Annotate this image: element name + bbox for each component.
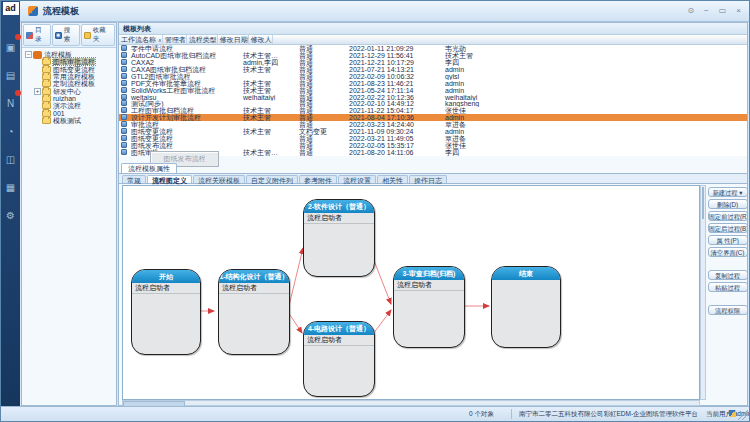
properties-tab[interactable]: 自定义附件列	[246, 175, 298, 183]
title-bar: 流程模板 ⊙ − ▭ ×	[20, 1, 749, 22]
rail-icon[interactable]: ▣ •	[3, 37, 18, 51]
diagram-tool-button[interactable]: 属 性(P)	[708, 235, 748, 245]
flow-node-start[interactable]: 开始 流程启动者	[131, 269, 201, 355]
tree-item[interactable]: 常用流程模板	[24, 73, 116, 80]
rail-icon[interactable]: ⚙	[3, 205, 18, 219]
cell-workflow-name: 工程图审批归档流程	[129, 107, 241, 114]
tree-item[interactable]: 演示流程	[24, 102, 116, 109]
tree-item[interactable]: ruizhan	[24, 95, 116, 102]
tree-item[interactable]: + 研发中心	[24, 87, 116, 94]
app-rail: ad ▣ • ▤ N • ◔	[1, 1, 20, 407]
canvas-vertical-scrollbar[interactable]	[700, 185, 706, 400]
cell-modifier: admin	[443, 66, 747, 73]
table-row[interactable]: CAXA图纸审批归档流程 技术主管 普通 2021-07-21 14:13:21…	[119, 66, 747, 73]
sidebar-tab[interactable]: 收藏夹	[81, 24, 115, 46]
flow-node-software-design[interactable]: 2-软件设计（普通） 流程启动者	[303, 199, 375, 277]
resize-grip[interactable]	[738, 410, 748, 420]
diagram-tool-button[interactable]: 删除(D)	[708, 199, 748, 209]
flow-node-title: 1-结构化设计（普通）	[219, 270, 289, 283]
properties-tab[interactable]: 参考附件	[299, 175, 337, 183]
rail-icon[interactable]: ◫	[3, 149, 18, 163]
properties-tab[interactable]: 操作日志	[409, 175, 447, 183]
diagram-tool-button[interactable]: 清空界面(C)	[708, 247, 748, 257]
column-header[interactable]: 修改人	[249, 35, 273, 44]
table-row[interactable]: 图纸发布流程 普通 2022-02-05 15:35:17 张世佳	[119, 142, 747, 149]
sidebar-tab-icon	[55, 32, 62, 39]
tree-item[interactable]: 001	[24, 109, 116, 116]
cell-modified-date: 2022-03-21 11:49:05	[347, 135, 443, 142]
column-header[interactable]: 管理者	[163, 35, 187, 44]
properties-tab[interactable]: 流程图定义	[147, 175, 192, 183]
cell-modified-date: 2022-02-22 10:12:36	[347, 94, 443, 101]
flow-template-icon	[28, 6, 38, 16]
table-row[interactable]: 零件申请流程 普通 2022-01-11 21:09:29 韦光勋	[119, 45, 747, 52]
sidebar-tab[interactable]: 目录	[23, 24, 51, 46]
table-row[interactable]: weitaisu weihaitaiyi 普通 2022-02-22 10:12…	[119, 94, 747, 101]
table-row[interactable]: 图纸变更流程 技术主管 文档变更 2021-11-09 09:30:24 adm…	[119, 128, 747, 135]
tree-expander-icon[interactable]: −	[25, 51, 32, 58]
window-control-icon[interactable]: ×	[736, 1, 741, 21]
cell-modified-date: 2022-02-09 10:06:32	[347, 73, 443, 80]
diagram-tool-button[interactable]: 粘贴过程	[708, 282, 748, 292]
properties-tab[interactable]: 相关性	[377, 175, 408, 183]
tree-item[interactable]: 模板测试	[24, 117, 116, 124]
flow-node-review-archive[interactable]: 3-审查归档(归档) 流程启动者	[393, 266, 465, 348]
rail-icon-glyph: ◔	[7, 126, 13, 137]
tree-item[interactable]: − 流程模板	[24, 51, 116, 58]
diagram-tool-button[interactable]: 固定前过程(R)	[708, 211, 748, 221]
table-row[interactable]: 工程图审批归档流程 技术主管 普通 2021-11-22 15:04:17 张世…	[119, 107, 747, 114]
sidebar-toolbar: 目录 搜索 收藏夹	[22, 23, 116, 48]
table-row[interactable]: 图纸变更流程 普通 2022-03-21 11:49:05 覃进备	[119, 135, 747, 142]
table-row[interactable]: SolidWorks工程图审批流程 技术主管 普通 2021-05-24 17:…	[119, 87, 747, 94]
flow-node-structure-design[interactable]: 1-结构化设计（普通） 流程启动者	[218, 269, 290, 355]
cell-type: 普通	[297, 73, 347, 80]
table-header: 工作流名称 ∧ 管理者 流程类型 修改日期	[119, 35, 747, 45]
row-flow-icon	[119, 94, 129, 101]
table-row[interactable]: GTL2图纸审批流程 普通 2022-02-09 10:06:32 gylsl	[119, 73, 747, 80]
rail-icon[interactable]: N •	[3, 93, 18, 107]
table-row[interactable]: 设计开发计划审批流程 技术主管 普通 2021-08-04 17:10:36 a…	[119, 114, 747, 121]
tree-item-label: 图纸变更流程	[53, 66, 95, 73]
window-control-icon[interactable]: −	[704, 1, 709, 21]
flow-diagram-canvas[interactable]: 开始 流程启动者 1-结构化设计（普通） 流程启动者 2-软件设计（普通） 流程…	[122, 185, 700, 400]
cell-modified-date: 2021-05-24 17:11:14	[347, 87, 443, 94]
table-row[interactable]: 审批流程 普通 2022-03-23 14:24:40 覃进备	[119, 121, 747, 128]
rail-icon[interactable]: ▤	[3, 65, 18, 79]
table-row[interactable]: PDF文件审批签章流程 技术主管 普通 2021-08-23 11:46:21 …	[119, 80, 747, 87]
diagram-tool-button[interactable]: 新建过程 ▾	[708, 187, 748, 197]
properties-tab[interactable]: 常规	[122, 175, 146, 183]
folder-icon	[42, 117, 51, 124]
window-control-icon[interactable]: ▭	[719, 1, 727, 21]
status-info: 南宁市二零二五科技有限公司彩虹EDM-企业图纸管理软件平台 当前用户:admin…	[519, 407, 750, 420]
cell-manager: 技术主管	[241, 107, 297, 114]
cell-type: 普通	[297, 107, 347, 114]
column-header[interactable]: 工作流名称 ∧	[119, 35, 163, 44]
flow-node-end[interactable]: 结束	[491, 266, 561, 348]
flow-node-circuit-design[interactable]: 4-电路设计（普通） 流程启动者	[303, 321, 375, 397]
rail-icon-glyph: N	[7, 98, 14, 109]
rail-icon[interactable]: ▦	[3, 177, 18, 191]
sidebar-tab-label: 搜索	[64, 26, 77, 44]
cell-modifier: gylsl	[443, 73, 747, 80]
properties-tab[interactable]: 流程关联模板	[193, 175, 245, 183]
cell-type: 普通	[297, 114, 347, 121]
rail-icon[interactable]: ◔	[3, 121, 18, 135]
sidebar-tab[interactable]: 搜索	[52, 24, 80, 46]
tree-item[interactable]: 图纸变更流程	[24, 66, 116, 73]
tree-item[interactable]: 图纸审批流程	[24, 58, 116, 65]
table-row[interactable]: CAXA2 admin,李四 普通 2021-12-21 10:17:29 李四	[119, 59, 747, 66]
diagram-tool-button[interactable]: 固定后过程(B)	[708, 223, 748, 233]
cell-type: 普通	[297, 59, 347, 66]
table-row[interactable]: 测试(同步) 普通 2022-02-10 14:49:12 kangsheng	[119, 101, 747, 108]
column-header[interactable]: 流程类型	[187, 35, 218, 44]
properties-tab[interactable]: 流程设置	[338, 175, 376, 183]
table-row[interactable]: AutoCAD图纸审批归档流程 技术主管… 普通 2021-12-29 11:5…	[119, 52, 747, 59]
tree-item[interactable]: 定制流程模板	[24, 80, 116, 87]
diagram-tool-button[interactable]: 流程权限	[708, 305, 748, 315]
window-control-icon[interactable]: ⊙	[687, 1, 694, 21]
column-header[interactable]: 修改日期	[218, 35, 249, 44]
cell-type: 文档变更	[297, 128, 347, 135]
tree-expander-icon[interactable]: +	[34, 88, 41, 95]
cell-workflow-name: CAXA2	[129, 59, 241, 66]
diagram-tool-button[interactable]: 复制过程	[708, 270, 748, 280]
